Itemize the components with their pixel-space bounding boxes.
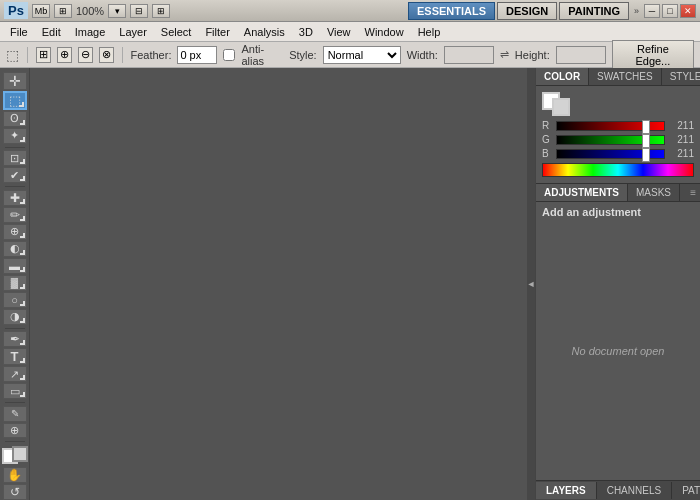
menu-help[interactable]: Help [412, 24, 447, 40]
workspace-expand[interactable]: » [631, 6, 642, 16]
width-input[interactable] [444, 46, 494, 64]
workspace-painting[interactable]: PAINTING [559, 2, 629, 20]
tool-note[interactable]: ✎ [3, 406, 27, 422]
menu-window[interactable]: Window [359, 24, 410, 40]
toolbox: ✛ ⬚ ʘ ✦ ⊡ ✔ ✚ ✏ ⊕ ◐ ▬ ▓ ○ ◑ ✒ T ↗ ▭ ✎ ⊕ … [0, 68, 30, 500]
tool-lasso[interactable]: ʘ [3, 111, 27, 127]
title-btn-1[interactable]: Mb [32, 4, 50, 18]
swap-icon[interactable]: ⇌ [500, 48, 509, 61]
tab-swatches[interactable]: SWATCHES [589, 68, 662, 85]
tool-move[interactable]: ✛ [3, 72, 27, 90]
tool-clone[interactable]: ⊕ [3, 224, 27, 240]
tool-pen[interactable]: ✒ [3, 331, 27, 347]
zoom-level: 100% [76, 5, 104, 17]
zoom-dropdown[interactable]: ▾ [108, 4, 126, 18]
menu-filter[interactable]: Filter [199, 24, 235, 40]
r-slider-row: R 211 [542, 120, 694, 131]
tab-layers[interactable]: LAYERS [536, 482, 597, 499]
b-slider[interactable] [556, 149, 665, 159]
b-value: 211 [669, 148, 694, 159]
options-bar: ⬚ ⊞ ⊕ ⊖ ⊗ Feather: Anti-alias Style: Nor… [0, 42, 700, 68]
g-thumb[interactable] [642, 134, 650, 148]
fg-bg-colors-row [542, 92, 694, 116]
tool-marquee[interactable]: ⬚ [3, 91, 27, 110]
anti-alias-checkbox[interactable] [223, 49, 235, 61]
title-btn-2[interactable]: ⊞ [54, 4, 72, 18]
tab-masks[interactable]: MASKS [628, 184, 680, 201]
r-slider[interactable] [556, 121, 665, 131]
tool-eyedropper[interactable]: ✔ [3, 167, 27, 183]
adj-panel-menu[interactable]: ≡ [686, 185, 700, 200]
tool-blur[interactable]: ○ [3, 292, 27, 308]
menu-view[interactable]: View [321, 24, 357, 40]
r-thumb[interactable] [642, 120, 650, 134]
tool-path-select[interactable]: ↗ [3, 366, 27, 382]
tool-sep-1 [5, 147, 25, 148]
workspace-design[interactable]: DESIGN [497, 2, 557, 20]
tool-history-brush[interactable]: ◐ [3, 241, 27, 257]
tool-rotate-view[interactable]: ↺ [3, 484, 27, 500]
g-slider[interactable] [556, 135, 665, 145]
anti-alias-label: Anti-alias [241, 43, 283, 67]
tool-brush[interactable]: ✏ [3, 207, 27, 223]
tab-styles[interactable]: STYLES [662, 68, 700, 85]
refine-edge-button[interactable]: Refine Edge... [612, 40, 694, 70]
minimize-button[interactable]: ─ [644, 4, 660, 18]
fg-bg-colors[interactable] [542, 92, 570, 116]
tool-gradient[interactable]: ▓ [3, 275, 27, 291]
tool-hand[interactable]: ✋ [3, 467, 27, 483]
int-sel-btn[interactable]: ⊗ [99, 47, 114, 63]
sub-sel-btn[interactable]: ⊖ [78, 47, 93, 63]
canvas-area: ◄ [30, 68, 535, 500]
add-sel-btn[interactable]: ⊕ [57, 47, 72, 63]
tool-sep-3 [5, 328, 25, 329]
right-panel: COLOR SWATCHES STYLES ≡ R [535, 68, 700, 500]
menu-file[interactable]: File [4, 24, 34, 40]
close-button[interactable]: ✕ [680, 4, 696, 18]
feather-label: Feather: [130, 49, 171, 61]
new-sel-btn[interactable]: ⊞ [36, 47, 51, 63]
tab-channels[interactable]: CHANNELS [597, 482, 672, 499]
panel-collapse-handle[interactable]: ◄ [527, 68, 535, 500]
menu-select[interactable]: Select [155, 24, 198, 40]
tool-shape-rect[interactable]: ⬚ [6, 47, 19, 63]
tool-dodge[interactable]: ◑ [3, 309, 27, 325]
tab-adjustments[interactable]: ADJUSTMENTS [536, 184, 628, 201]
feather-input[interactable] [177, 46, 217, 64]
tool-magic-wand[interactable]: ✦ [3, 128, 27, 144]
color-panel-body: R 211 G 211 B [536, 86, 700, 183]
title-bar: Ps Mb ⊞ 100% ▾ ⊟ ⊞ ESSENTIALS DESIGN PAI… [0, 0, 700, 22]
tool-zoom[interactable]: ⊕ [3, 423, 27, 439]
tab-paths[interactable]: PATHS [672, 482, 700, 499]
menu-edit[interactable]: Edit [36, 24, 67, 40]
tool-heal[interactable]: ✚ [3, 190, 27, 206]
fg-bg-swatch[interactable] [2, 448, 28, 462]
style-select[interactable]: Normal Fixed Ratio Fixed Size [323, 46, 401, 64]
maximize-button[interactable]: □ [662, 4, 678, 18]
tool-text[interactable]: T [3, 348, 27, 365]
menu-3d[interactable]: 3D [293, 24, 319, 40]
title-btn-3[interactable]: ⊟ [130, 4, 148, 18]
bottom-panel: LAYERS CHANNELS PATHS ≡ [536, 480, 700, 500]
b-thumb[interactable] [642, 148, 650, 162]
g-slider-row: G 211 [542, 134, 694, 145]
menu-analysis[interactable]: Analysis [238, 24, 291, 40]
tool-crop[interactable]: ⊡ [3, 150, 27, 166]
height-input[interactable] [556, 46, 606, 64]
menu-image[interactable]: Image [69, 24, 112, 40]
width-label: Width: [407, 49, 438, 61]
app-logo: Ps [4, 2, 28, 19]
tool-eraser[interactable]: ▬ [3, 258, 27, 274]
color-spectrum[interactable] [542, 163, 694, 177]
title-bar-right: ESSENTIALS DESIGN PAINTING » ─ □ ✕ [408, 2, 696, 20]
menu-layer[interactable]: Layer [113, 24, 153, 40]
r-value: 211 [669, 120, 694, 131]
tool-shape[interactable]: ▭ [3, 383, 27, 399]
g-value: 211 [669, 134, 694, 145]
workspace-essentials[interactable]: ESSENTIALS [408, 2, 495, 20]
background-color[interactable] [552, 98, 570, 116]
color-panel-group: COLOR SWATCHES STYLES ≡ R [536, 68, 700, 184]
main-area: ✛ ⬚ ʘ ✦ ⊡ ✔ ✚ ✏ ⊕ ◐ ▬ ▓ ○ ◑ ✒ T ↗ ▭ ✎ ⊕ … [0, 68, 700, 500]
tab-color[interactable]: COLOR [536, 68, 589, 85]
title-btn-4[interactable]: ⊞ [152, 4, 170, 18]
